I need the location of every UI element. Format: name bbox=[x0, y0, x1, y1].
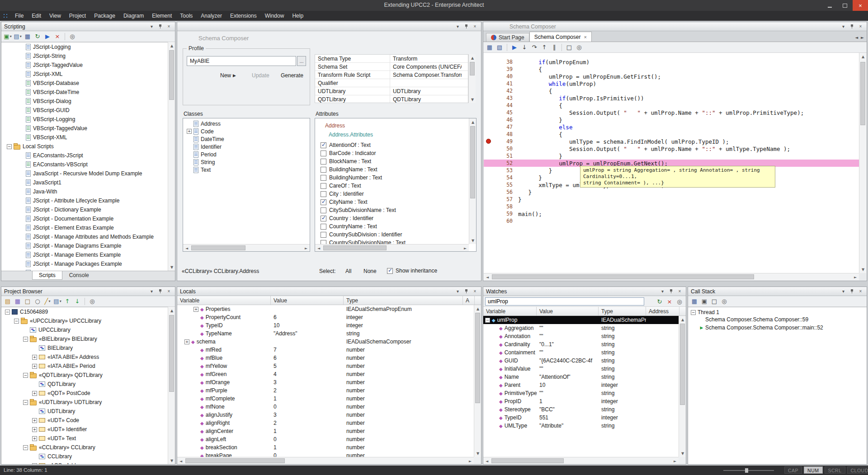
close-button[interactable]: × bbox=[853, 0, 868, 11]
scroll-left-icon[interactable]: ◄ bbox=[177, 457, 184, 465]
column-header-variable[interactable]: Variable bbox=[483, 307, 537, 315]
schema-properties-grid[interactable]: Schema TypeTransformSchema SetCore Compo… bbox=[315, 54, 468, 103]
scripting-panel-titlebar[interactable]: Scripting ▾ × bbox=[1, 22, 175, 31]
stack-frame-row[interactable]: Schema Composer.Schema Composer::59 bbox=[688, 315, 867, 324]
expand-icon[interactable]: + bbox=[32, 427, 37, 432]
class-item[interactable]: Address bbox=[183, 120, 310, 127]
menu-item-edit[interactable]: Edit bbox=[28, 11, 45, 20]
expand-icon[interactable]: + bbox=[32, 364, 37, 369]
pause-icon[interactable]: ∥ bbox=[550, 43, 559, 52]
class-item[interactable]: Identifier bbox=[183, 143, 310, 150]
pin-icon[interactable] bbox=[668, 288, 675, 295]
collapse-icon[interactable]: − bbox=[485, 318, 490, 323]
app-menu-icon[interactable] bbox=[3, 13, 8, 19]
collapse-icon[interactable]: − bbox=[23, 400, 28, 405]
script-item[interactable]: JScript - Attribute Lifecycle Example bbox=[1, 196, 168, 205]
menu-item-tools[interactable]: Tools bbox=[176, 11, 197, 20]
pin-icon[interactable] bbox=[849, 24, 855, 30]
watch-variable-row[interactable]: ◆Parent10integer bbox=[483, 381, 679, 389]
collapse-icon[interactable]: − bbox=[23, 373, 28, 378]
gutter-cell[interactable]: 50 bbox=[484, 145, 518, 152]
script-item[interactable]: EAConstants-VBScript bbox=[1, 160, 168, 169]
gutter-cell[interactable]: 54 bbox=[484, 174, 518, 181]
local-variable-row[interactable]: ◆PropertyCount6integer bbox=[177, 313, 474, 321]
watch-variable-row[interactable]: ◆TypeID551integer bbox=[483, 414, 679, 422]
class-item[interactable]: DateTime bbox=[183, 135, 310, 143]
local-variable-row[interactable]: ◆mfRed7number bbox=[177, 346, 474, 354]
watch-variable-row[interactable]: ◆UMLType"Attribute"string bbox=[483, 422, 679, 430]
menu-item-view[interactable]: View bbox=[45, 11, 65, 20]
project-browser-titlebar[interactable]: Project Browser ▾ × bbox=[1, 287, 175, 296]
column-header-type[interactable]: Type bbox=[344, 296, 463, 305]
window-titlebar[interactable]: Extending UPCC2 - Enterprise Architect × bbox=[0, 0, 868, 11]
pin-icon[interactable] bbox=[463, 288, 470, 295]
scroll-thumb[interactable] bbox=[191, 245, 245, 250]
editor-dock-titlebar[interactable]: Schema Composer ▾ × bbox=[483, 22, 867, 31]
close-icon[interactable]: × bbox=[165, 288, 172, 295]
gutter-cell[interactable]: 42 bbox=[484, 87, 518, 94]
zoom-slider[interactable] bbox=[723, 468, 774, 473]
gutter-cell[interactable]: 45 bbox=[484, 109, 518, 116]
scroll-thumb[interactable] bbox=[475, 313, 480, 403]
panel-menu-chevron-icon[interactable]: ▾ bbox=[148, 24, 155, 30]
save-icon[interactable]: ▦ bbox=[485, 43, 494, 52]
local-variable-row[interactable]: ◆alignLeft0number bbox=[177, 435, 474, 443]
script-item[interactable]: VBScript-Logging bbox=[1, 115, 168, 124]
attribute-item[interactable]: CitySubDivisionName : Text bbox=[315, 206, 469, 214]
script-item[interactable]: VBScript-Database bbox=[1, 79, 168, 88]
move-down-icon[interactable]: ↓ bbox=[73, 297, 82, 306]
help-icon[interactable]: ◎ bbox=[68, 32, 77, 41]
profile-name-field[interactable]: MyABIE bbox=[187, 56, 296, 66]
scroll-down-icon[interactable]: ▼ bbox=[469, 237, 476, 244]
local-variable-row[interactable]: ◆mfBlue6number bbox=[177, 354, 474, 362]
schema-property-row[interactable]: UDTLibraryUDTLibrary bbox=[315, 87, 468, 95]
local-variable-row[interactable]: ◆mfGreen4number bbox=[177, 370, 474, 378]
project-item[interactable]: +«UDT» Identifier bbox=[1, 425, 168, 434]
gutter-cell[interactable]: 46 bbox=[484, 116, 518, 123]
edit-icon[interactable]: ╱▾ bbox=[43, 297, 52, 306]
checkbox-unchecked-icon[interactable] bbox=[321, 175, 326, 181]
scrollbar-vertical[interactable]: ▲ ▼ bbox=[859, 53, 866, 273]
views-icon[interactable]: ▤▾ bbox=[53, 297, 62, 306]
code-line[interactable]: 58 bbox=[484, 203, 859, 210]
help-icon[interactable]: ◎ bbox=[88, 297, 97, 306]
show-inheritance-checkbox[interactable]: Show inheritance bbox=[387, 268, 437, 274]
code-line[interactable]: 40 umlProp = umlPropEnum.GetFirst(); bbox=[484, 73, 859, 80]
gutter-cell[interactable]: 44 bbox=[484, 102, 518, 109]
project-item[interactable]: +«UDT» Text bbox=[1, 434, 168, 443]
gutter-cell[interactable]: 51 bbox=[484, 152, 518, 160]
close-icon[interactable]: × bbox=[472, 288, 478, 295]
class-item[interactable]: +Code bbox=[183, 127, 310, 135]
scroll-thumb[interactable] bbox=[491, 458, 564, 463]
new-package-icon[interactable]: ▤ bbox=[3, 297, 12, 306]
script-item[interactable]: JScript - Dictionary Example bbox=[1, 205, 168, 214]
breakpoint-icon[interactable] bbox=[486, 139, 491, 144]
save-all-icon[interactable]: ▧ bbox=[495, 43, 504, 52]
column-header-a[interactable]: A bbox=[463, 296, 475, 305]
gutter-cell[interactable]: 60 bbox=[484, 217, 518, 225]
gutter-cell[interactable]: 48 bbox=[484, 131, 518, 138]
scrollbar-vertical[interactable]: ▲ ▼ bbox=[469, 118, 476, 244]
code-line[interactable]: 56 } bbox=[484, 188, 859, 196]
tab-scroll-left-icon[interactable]: ◄ bbox=[855, 35, 858, 40]
checkbox-checked-icon[interactable] bbox=[387, 268, 393, 274]
scroll-thumb[interactable] bbox=[470, 62, 475, 75]
menu-item-element[interactable]: Element bbox=[148, 11, 176, 20]
scrollbar-horizontal[interactable]: ◄ ► bbox=[484, 273, 859, 280]
collapse-icon[interactable]: − bbox=[23, 337, 28, 342]
menu-item-help[interactable]: Help bbox=[288, 11, 307, 20]
script-item[interactable]: EAConstants-JScript bbox=[1, 151, 168, 160]
scroll-up-icon[interactable]: ▲ bbox=[469, 118, 476, 126]
attribute-item[interactable]: CountrySubDivision : Identifier bbox=[315, 230, 469, 239]
local-variable-row[interactable]: ◆alignRight2number bbox=[177, 419, 474, 427]
panel-menu-chevron-icon[interactable]: ▾ bbox=[454, 24, 461, 30]
stack-frame-row[interactable]: ▶Schema Composer.Schema Composer::main::… bbox=[688, 324, 867, 332]
watch-variable-row[interactable]: ◆Stereotype"BCC"string bbox=[483, 405, 679, 414]
select-none-button[interactable]: None bbox=[363, 268, 377, 274]
watches-rows[interactable]: −◆umlPropIEADualSchemaPropEnum◆Aggregati… bbox=[483, 316, 679, 457]
expand-icon[interactable]: + bbox=[184, 339, 189, 344]
attributes-list[interactable]: Address Address.Attributes AttentionOf :… bbox=[315, 118, 476, 252]
expand-icon[interactable]: + bbox=[32, 391, 37, 396]
project-item[interactable]: QDTLibrary bbox=[1, 380, 168, 389]
scrollbar-horizontal[interactable]: ◄ ► bbox=[177, 457, 474, 464]
